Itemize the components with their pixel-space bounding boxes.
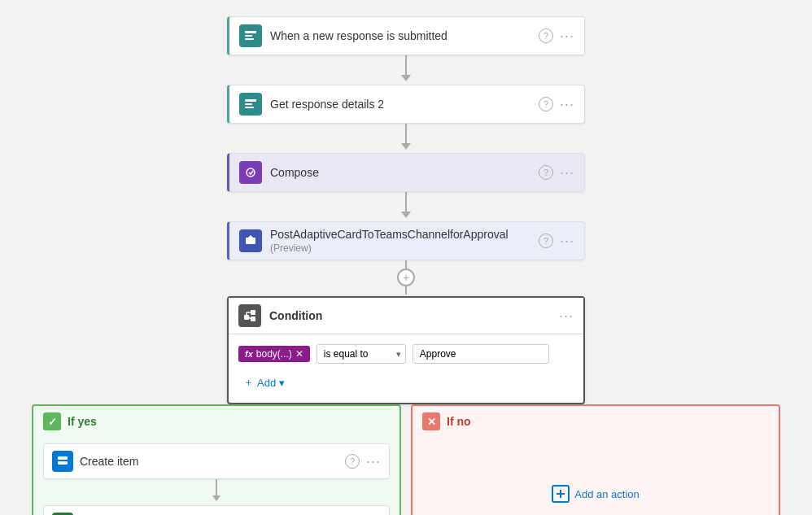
branch-line-1: [216, 479, 217, 495]
branch-no-icon: ✕: [422, 412, 440, 430]
branch-connector-1: [212, 479, 220, 505]
step-actions-4: ? ···: [539, 233, 574, 250]
connector-arrow-3: [401, 212, 411, 218]
yes-step-actions-1: ? ···: [345, 453, 381, 470]
step-icon-3: [239, 161, 262, 184]
help-icon-1[interactable]: ?: [539, 28, 553, 43]
condition-more-icon[interactable]: ···: [559, 308, 574, 325]
branch-yes-step-2: Add a row into a table ? ···: [43, 505, 390, 515]
step-card-3: Compose ? ···: [227, 153, 585, 192]
plus-connector-1: +: [397, 260, 415, 296]
svg-rect-0: [245, 31, 256, 33]
step-card-4: PostAdaptiveCardToTeamsChannelforApprova…: [227, 221, 585, 260]
svg-rect-2: [245, 38, 254, 40]
connector-line-2: [405, 124, 407, 143]
branch-yes: ✓ If yes Create item: [32, 404, 401, 515]
svg-rect-7: [246, 238, 255, 244]
no-add-action-button[interactable]: Add an action: [547, 477, 644, 511]
add-button-label: Add: [257, 377, 276, 389]
svg-rect-9: [251, 310, 255, 315]
condition-tag-label: body(...): [256, 348, 292, 360]
top-steps-area: When a new response is submitted ? ···: [227, 0, 585, 404]
step-card-1: When a new response is submitted ? ···: [227, 16, 585, 55]
add-plus-icon: ＋: [243, 375, 254, 390]
condition-tag: fx body(...) ✕: [238, 346, 310, 362]
svg-rect-10: [251, 316, 255, 321]
more-icon-4[interactable]: ···: [560, 233, 574, 250]
connector-arrow-1: [401, 75, 411, 81]
yes-more-icon-1[interactable]: ···: [366, 453, 381, 470]
more-icon-3[interactable]: ···: [560, 164, 574, 181]
help-icon-4[interactable]: ?: [539, 233, 553, 248]
step-label-4: PostAdaptiveCardToTeamsChannelforApprova…: [270, 228, 539, 254]
svg-rect-3: [245, 99, 256, 102]
more-icon-2[interactable]: ···: [560, 96, 574, 113]
connector-arrow-2: [401, 143, 411, 150]
help-icon-3[interactable]: ?: [539, 165, 553, 180]
branch-arrow-1: [212, 495, 220, 501]
add-chevron-icon: ▾: [279, 377, 285, 389]
yes-step-icon-1: [52, 451, 73, 472]
plus-line-top: [405, 260, 407, 268]
branch-container: ✓ If yes Create item: [15, 404, 797, 515]
branch-yes-step-1: Create item ? ···: [43, 443, 390, 479]
more-icon-1[interactable]: ···: [560, 28, 574, 45]
step-actions-2: ? ···: [539, 96, 574, 113]
condition-operator-wrapper: is equal to: [317, 344, 406, 364]
condition-add-button[interactable]: ＋ Add ▾: [238, 372, 290, 393]
condition-icon: [238, 304, 261, 327]
canvas: When a new response is submitted ? ···: [0, 0, 812, 515]
branch-no-label: If no: [447, 415, 471, 428]
plus-button-1[interactable]: +: [397, 268, 415, 286]
condition-tag-close[interactable]: ✕: [295, 348, 303, 360]
svg-point-6: [247, 168, 255, 177]
step-label-1: When a new response is submitted: [270, 29, 539, 42]
svg-rect-15: [58, 461, 68, 465]
branch-yes-header: ✓ If yes: [33, 406, 399, 437]
connector-3: [401, 192, 411, 221]
svg-rect-5: [245, 107, 254, 108]
svg-rect-4: [245, 103, 252, 105]
help-icon-2[interactable]: ?: [539, 97, 553, 111]
branch-yes-icon: ✓: [43, 412, 61, 430]
connector-1: [401, 55, 411, 85]
branch-no-header: ✕ If no: [413, 406, 779, 437]
step-actions-1: ? ···: [539, 28, 574, 45]
condition-body: fx body(...) ✕ is equal to ＋ Add ▾: [229, 334, 583, 403]
yes-help-icon-1[interactable]: ?: [345, 454, 360, 469]
connector-line-1: [405, 55, 407, 75]
fx-icon: fx: [245, 349, 253, 359]
step-card-2: Get response details 2 ? ···: [227, 85, 585, 124]
branch-no: ✕ If no Add an action: [411, 404, 780, 515]
condition-title: Condition: [269, 309, 559, 322]
no-add-action-icon: [552, 485, 570, 503]
condition-row: fx body(...) ✕ is equal to: [238, 344, 574, 364]
step-icon-1: [239, 24, 262, 47]
connector-2: [401, 124, 411, 153]
condition-value-input[interactable]: [413, 344, 549, 364]
step-icon-4: [239, 229, 262, 252]
svg-rect-1: [245, 35, 252, 37]
step-label-3: Compose: [270, 166, 539, 179]
condition-block: Condition ··· fx body(...) ✕ is equal to: [227, 296, 585, 404]
flow-wrapper: When a new response is submitted ? ···: [0, 0, 812, 515]
yes-step-label-1: Create item: [80, 455, 345, 468]
connector-line-3: [405, 192, 407, 212]
step-actions-3: ? ···: [539, 164, 574, 181]
branch-yes-content: Create item ? ···: [33, 437, 399, 515]
branch-no-content: Add an action: [413, 437, 779, 515]
condition-header: Condition ···: [229, 298, 583, 334]
no-add-action-label: Add an action: [574, 488, 640, 500]
condition-operator-select[interactable]: is equal to: [317, 344, 406, 364]
svg-rect-14: [58, 456, 68, 460]
step-label-2: Get response details 2: [270, 98, 539, 111]
plus-line-bottom: [405, 286, 407, 295]
branch-yes-label: If yes: [68, 415, 97, 428]
step-icon-2: [239, 93, 262, 116]
